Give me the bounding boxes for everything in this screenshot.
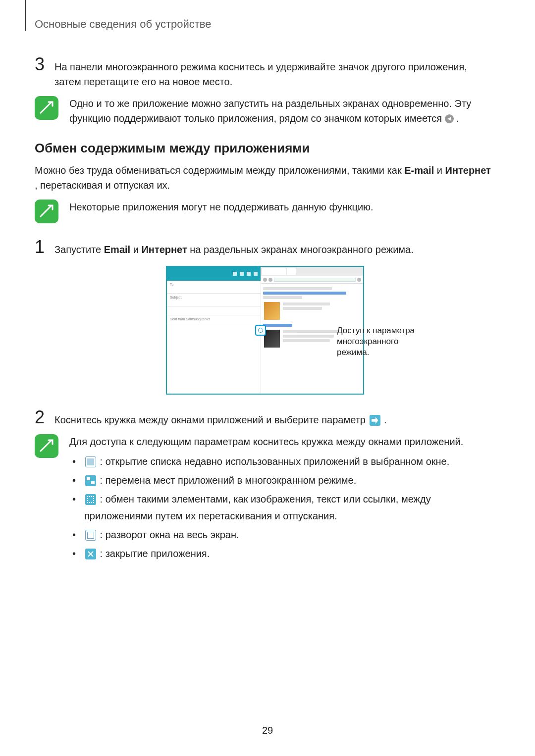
list-item: : открытие списка недавно использованных…	[72, 453, 495, 470]
step-1-b: и	[133, 244, 142, 255]
step-2: 2 Коснитесь кружка между окнами приложен…	[35, 408, 495, 427]
list-item: : перемена мест приложений в многоэкранн…	[72, 472, 495, 489]
section-body-c: , перетаскивая и отпуская их.	[35, 180, 170, 191]
section-body-b: и	[437, 165, 445, 176]
bold-email: E-mail	[404, 165, 434, 176]
bold-email2: Email	[104, 244, 130, 255]
figure-left-pane: To Subject Sent from Samsung tablet	[167, 267, 261, 394]
note-3: Для доступа к следующим параметрам косни…	[35, 434, 495, 564]
figure-left-toolbar	[167, 267, 261, 281]
note-icon	[35, 200, 58, 223]
drag-share-icon	[85, 494, 96, 505]
header-rule	[25, 0, 26, 31]
bullet-4: : разворот окна на весь экран.	[100, 529, 239, 540]
note-3-text: Для доступа к следующим параметрам косни…	[69, 434, 495, 564]
step-1: 1 Запустите Email и Интернет на раздельн…	[35, 238, 495, 257]
section-body-a: Можно без труда обмениваться содержимым …	[35, 165, 404, 176]
options-list: : открытие списка недавно использованных…	[69, 453, 495, 562]
figure-callout: Доступ к параметра многоэкранного режима…	[337, 325, 426, 358]
list-item: : закрытие приложения.	[72, 545, 495, 562]
step-2-text: Коснитесь кружка между окнами приложений…	[54, 408, 387, 427]
note-1: Одно и то же приложение можно запустить …	[35, 96, 495, 126]
swap-windows-icon	[85, 475, 96, 486]
page-header: Основные сведения об устройстве	[35, 18, 495, 31]
multiscreen-handle-icon	[255, 325, 266, 336]
bold-internet2: Интернет	[141, 244, 187, 255]
recent-apps-icon	[85, 456, 96, 467]
note-2-text: Некоторые приложения могут не поддержива…	[69, 200, 374, 214]
note-2: Некоторые приложения могут не поддержива…	[35, 200, 495, 223]
close-app-icon	[85, 549, 96, 559]
bullet-5: : закрытие приложения.	[100, 548, 210, 559]
note-1-text-a: Одно и то же приложение можно запустить …	[69, 98, 471, 124]
step-1-number: 1	[35, 238, 54, 256]
page-number: 29	[0, 725, 535, 736]
step-2-number: 2	[35, 408, 54, 426]
step-3-text: На панели многоэкранного режима коснитес…	[54, 55, 495, 89]
note-1-text: Одно и то же приложение можно запустить …	[69, 96, 495, 126]
bullet-2: : перемена мест приложений в многоэкранн…	[100, 475, 357, 486]
multiscreen-figure: To Subject Sent from Samsung tablet	[166, 266, 364, 395]
bullet-3: : обмен такими элементами, как изображен…	[84, 494, 431, 521]
list-item: : обмен такими элементами, как изображен…	[72, 491, 495, 524]
step-1-a: Запустите	[54, 244, 104, 255]
share-content-icon	[370, 415, 380, 426]
page-content: Основные сведения об устройстве 3 На пан…	[0, 0, 535, 599]
section-body: Можно без труда обмениваться содержимым …	[35, 163, 495, 193]
step-1-text: Запустите Email и Интернет на раздельных…	[54, 238, 414, 257]
callout-line	[297, 333, 337, 333]
fullscreen-icon	[85, 530, 96, 541]
note-3-intro: Для доступа к следующим параметрам косни…	[69, 434, 495, 449]
step-3: 3 На панели многоэкранного режима коснит…	[35, 55, 495, 89]
bold-internet: Интернет	[445, 165, 491, 176]
note-1-text-b: .	[456, 113, 459, 124]
section-heading: Обмен содержимым между приложениями	[35, 141, 495, 156]
list-item: : разворот окна на весь экран.	[72, 526, 495, 543]
step-1-c: на раздельных экранах многоэкранного реж…	[190, 244, 413, 255]
step-2-b: .	[384, 414, 387, 425]
duplicate-app-icon	[445, 114, 454, 123]
step-2-a: Коснитесь кружка между окнами приложений…	[54, 414, 369, 425]
note-icon	[35, 96, 58, 120]
step-3-number: 3	[35, 55, 54, 73]
bullet-1: : открытие списка недавно использованных…	[100, 456, 450, 467]
note-icon	[35, 434, 58, 458]
figure-wrap: To Subject Sent from Samsung tablet	[35, 266, 495, 395]
